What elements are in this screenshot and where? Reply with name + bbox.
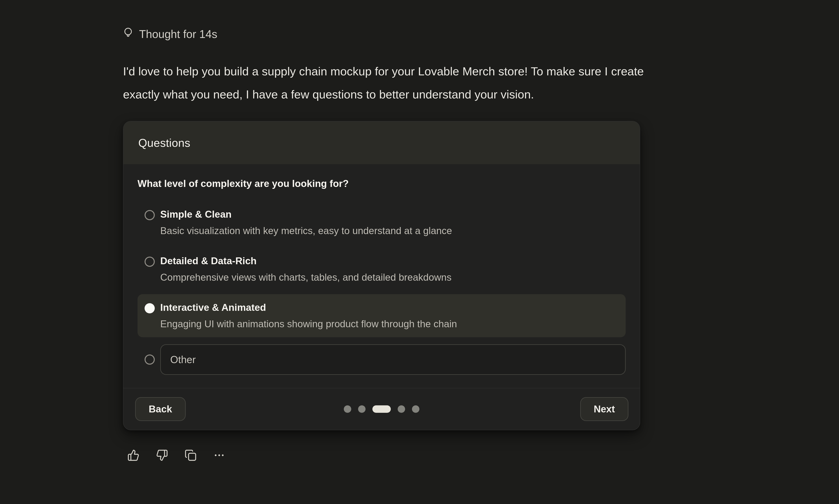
radio-unselected-icon[interactable] <box>144 210 155 220</box>
option-description: Comprehensive views with charts, tables,… <box>160 271 452 283</box>
pagination-dot-active <box>372 406 391 413</box>
radio-selected-icon[interactable] <box>144 303 155 313</box>
option-description: Basic visualization with key metrics, ea… <box>160 225 452 237</box>
thumbs-down-button[interactable] <box>156 449 168 461</box>
copy-button[interactable] <box>185 449 197 461</box>
options-list: Simple & Clean Basic visualization with … <box>138 201 626 375</box>
pagination-dot <box>358 406 366 413</box>
option-row-other[interactable] <box>138 344 626 375</box>
next-button[interactable]: Next <box>580 397 628 421</box>
option-title: Simple & Clean <box>160 209 452 220</box>
pagination-dots <box>344 406 419 413</box>
pagination-dot <box>398 406 405 413</box>
thumbs-down-icon <box>156 449 168 461</box>
card-title: Questions <box>138 136 190 149</box>
other-radio-icon[interactable] <box>144 355 155 365</box>
option-row-detailed-data-rich[interactable]: Detailed & Data-Rich Comprehensive views… <box>138 248 626 291</box>
questions-card: Questions What level of complexity are y… <box>123 121 640 430</box>
card-body: What level of complexity are you looking… <box>123 164 640 388</box>
assistant-message-text: I'd love to help you build a supply chai… <box>123 60 762 106</box>
message-actions <box>127 449 225 461</box>
copy-icon <box>185 449 197 461</box>
card-footer: Back Next <box>123 388 640 430</box>
more-button[interactable] <box>213 449 225 461</box>
other-input[interactable] <box>160 344 626 375</box>
question-text: What level of complexity are you looking… <box>138 178 626 189</box>
card-header: Questions <box>123 121 640 164</box>
back-button[interactable]: Back <box>135 397 186 421</box>
pagination-dot <box>344 406 351 413</box>
thought-toggle[interactable]: Thought for 14s <box>123 28 217 41</box>
thought-label: Thought for 14s <box>139 28 217 41</box>
pagination-dot <box>412 406 419 413</box>
option-row-interactive-animated[interactable]: Interactive & Animated Engaging UI with … <box>138 294 626 337</box>
thumbs-up-icon <box>127 449 139 461</box>
lightbulb-icon <box>123 28 133 40</box>
option-row-simple-clean[interactable]: Simple & Clean Basic visualization with … <box>138 201 626 244</box>
thumbs-up-button[interactable] <box>127 449 139 461</box>
more-icon <box>213 449 225 461</box>
option-description: Engaging UI with animations showing prod… <box>160 318 457 330</box>
option-title: Interactive & Animated <box>160 302 457 313</box>
radio-unselected-icon[interactable] <box>144 257 155 267</box>
option-title: Detailed & Data-Rich <box>160 255 452 267</box>
